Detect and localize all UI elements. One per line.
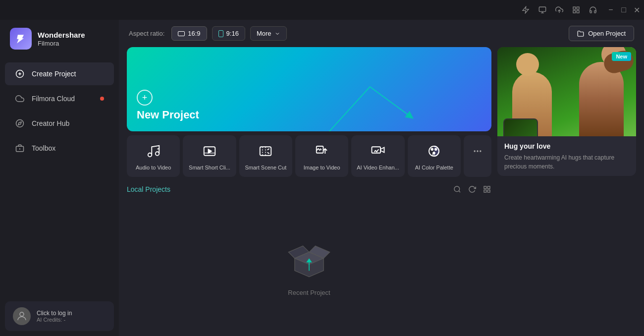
- promo-card[interactable]: New Hug your love Create heartwarming AI…: [497, 47, 636, 176]
- tool-more-button[interactable]: [464, 135, 491, 177]
- aspect-9-16-icon: [218, 30, 223, 37]
- tool-ai-color-palette[interactable]: AI AI Color Palette: [408, 135, 461, 177]
- more-aspect-button[interactable]: More: [250, 26, 287, 41]
- top-bar: Aspect ratio: 16:9 9:16 More Open Projec…: [119, 20, 644, 47]
- banner-content: + New Project: [137, 90, 199, 121]
- tool-audio-to-video[interactable]: Audio to Video: [127, 135, 180, 177]
- new-project-banner[interactable]: + New Project: [127, 47, 491, 131]
- svg-point-22: [431, 148, 433, 150]
- promo-thumbnail: [503, 118, 538, 136]
- tool-smart-short-clip[interactable]: Smart Short Cli...: [183, 135, 236, 177]
- svg-point-23: [435, 148, 437, 150]
- sidebar: Wondershare Filmora Create Project: [0, 20, 119, 336]
- ai-color-palette-icon: AI: [425, 142, 443, 160]
- audio-to-video-icon: [145, 142, 162, 160]
- svg-point-28: [480, 150, 481, 152]
- svg-text:AI: AI: [431, 153, 435, 157]
- svg-rect-31: [484, 186, 486, 189]
- svg-point-15: [148, 153, 152, 157]
- refresh-projects-icon[interactable]: [468, 185, 477, 194]
- cloud-upload-icon[interactable]: [555, 5, 564, 14]
- main-content: Aspect ratio: 16:9 9:16 More Open Projec…: [119, 20, 644, 336]
- smart-scene-cut-icon: [257, 142, 274, 160]
- section-header: Local Projects: [127, 181, 491, 200]
- lightning-icon[interactable]: [521, 5, 530, 14]
- left-panel: + New Project: [127, 47, 491, 328]
- tool-ai-video-enhance[interactable]: AI Video Enhan...: [351, 135, 404, 177]
- maximize-button[interactable]: □: [620, 6, 627, 13]
- svg-point-9: [16, 120, 24, 127]
- empty-box-icon: [284, 231, 334, 281]
- logo-text: Wondershare Filmora: [38, 31, 85, 47]
- aspect-9-16-button[interactable]: 9:16: [212, 26, 245, 41]
- svg-rect-34: [487, 190, 490, 193]
- titlebar: − □ ✕: [0, 0, 644, 20]
- sidebar-item-create-project[interactable]: Create Project: [5, 62, 114, 85]
- image-to-video-icon: [313, 142, 331, 160]
- svg-marker-10: [18, 122, 21, 125]
- open-project-button[interactable]: Open Project: [569, 26, 634, 41]
- svg-line-30: [459, 191, 460, 192]
- svg-rect-4: [573, 10, 576, 13]
- svg-point-26: [474, 150, 475, 152]
- headphone-icon[interactable]: [589, 5, 597, 14]
- more-dots-icon: [469, 142, 486, 160]
- svg-point-16: [155, 152, 159, 156]
- svg-point-27: [477, 150, 478, 152]
- svg-rect-2: [573, 7, 576, 9]
- svg-rect-0: [539, 7, 545, 11]
- titlebar-icons: [521, 5, 597, 14]
- app-logo: [10, 28, 32, 50]
- cloud-icon: [15, 94, 25, 104]
- sidebar-item-toolbox[interactable]: Toolbox: [5, 137, 114, 160]
- svg-point-13: [20, 312, 24, 316]
- tool-image-to-video[interactable]: Image to Video: [295, 135, 348, 177]
- grid-icon[interactable]: [572, 5, 581, 14]
- aspect-16-9-button[interactable]: 16:9: [171, 26, 207, 41]
- content-area: + New Project: [119, 47, 644, 336]
- logo-area: Wondershare Filmora: [0, 20, 119, 57]
- promo-image: New: [497, 47, 636, 136]
- svg-rect-32: [487, 186, 490, 189]
- compass-icon: [15, 118, 25, 128]
- svg-rect-20: [372, 147, 380, 153]
- search-projects-icon[interactable]: [453, 185, 462, 194]
- banner-plus-icon: +: [137, 90, 153, 106]
- right-panel: New Hug your love Create heartwarming AI…: [497, 47, 636, 328]
- monitor-icon[interactable]: [538, 5, 547, 14]
- promo-info: Hug your love Create heartwarming AI hug…: [497, 136, 636, 176]
- view-toggle-icon[interactable]: [483, 185, 491, 194]
- svg-point-29: [454, 186, 460, 192]
- avatar: [13, 307, 31, 325]
- app-layout: Wondershare Filmora Create Project: [0, 20, 644, 336]
- tool-smart-scene-cut[interactable]: Smart Scene Cut: [239, 135, 292, 177]
- sidebar-item-filmora-cloud[interactable]: Filmora Cloud: [5, 87, 114, 110]
- close-button[interactable]: ✕: [633, 6, 640, 13]
- user-area[interactable]: Click to log in AI Credits: -: [5, 301, 114, 331]
- nav-items: Create Project Filmora Cloud: [0, 57, 119, 296]
- svg-rect-5: [577, 10, 579, 13]
- sidebar-item-creator-hub[interactable]: Creator Hub: [5, 112, 114, 135]
- empty-state: Recent Project: [127, 200, 491, 328]
- svg-rect-33: [484, 190, 486, 193]
- aspect-16-9-icon: [178, 31, 185, 36]
- ai-video-enhance-icon: [369, 142, 387, 160]
- new-badge: New: [612, 52, 631, 61]
- user-info: Click to log in AI Credits: -: [37, 310, 72, 323]
- svg-rect-3: [577, 7, 579, 9]
- plus-circle-icon: [15, 69, 25, 79]
- minimize-button[interactable]: −: [607, 6, 614, 13]
- window-controls: − □ ✕: [607, 6, 640, 13]
- toolbox-icon: [15, 143, 25, 153]
- local-projects-section: Local Projects: [127, 181, 491, 328]
- cloud-notification-dot: [100, 97, 104, 101]
- svg-rect-18: [260, 147, 271, 156]
- section-actions: [453, 185, 491, 194]
- tools-row: Audio to Video Smart Short Cli...: [127, 135, 491, 177]
- smart-short-clip-icon: [201, 142, 218, 160]
